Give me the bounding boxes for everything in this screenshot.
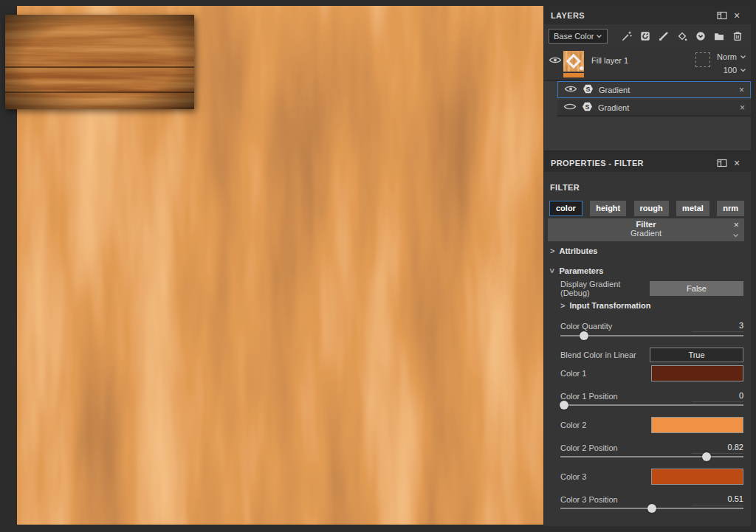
chevron-down-icon — [740, 55, 746, 59]
mask-slot[interactable] — [695, 52, 710, 67]
layers-panel-header: LAYERS × — [544, 6, 751, 24]
param-label: Color 1 — [560, 369, 651, 378]
slider-handle[interactable] — [580, 331, 588, 340]
effect-name: Gradient — [598, 103, 735, 112]
layer-name[interactable]: Fill layer 1 — [591, 56, 628, 65]
param-label: Color 3 — [560, 472, 651, 481]
opacity-value: 100 — [724, 66, 737, 75]
chevron-down-icon — [740, 68, 746, 72]
group-parameters-label: Parameters — [559, 266, 603, 275]
param-color2: Color 2 — [560, 416, 743, 434]
group-parameters[interactable]: > Parameters — [550, 266, 603, 275]
color-quantity-slider[interactable] — [560, 331, 743, 340]
color3-swatch[interactable] — [651, 469, 743, 485]
properties-panel-title: PROPERTIES - FILTER — [551, 159, 644, 167]
reference-image[interactable] — [5, 15, 194, 109]
filter-section-label: FILTER — [550, 183, 580, 192]
group-attributes[interactable]: > Attributes — [550, 246, 597, 255]
layers-panel: LAYERS × Base Color — [544, 6, 751, 151]
tab-height[interactable]: height — [590, 201, 626, 216]
layer-thumbnail[interactable] — [563, 51, 584, 72]
chevron-down-icon[interactable] — [732, 230, 739, 239]
display-gradient-toggle[interactable]: False — [650, 281, 743, 296]
filter-slot-label: Filter — [548, 218, 744, 229]
param-label: Color 2 — [560, 421, 651, 429]
param-label: Display Gradient (Debug) — [560, 280, 650, 297]
effect-name: Gradient — [599, 86, 734, 94]
layers-toolbar: Base Color — [544, 27, 751, 45]
reference-wood-photo — [5, 15, 194, 109]
color-quantity-value[interactable]: 3 — [692, 321, 743, 332]
slider-track[interactable] — [560, 404, 743, 406]
param-blend-linear: Blend Color in Linear True — [560, 348, 743, 362]
group-input-transformation-label: Input Transformation — [569, 301, 650, 310]
effect-row-gradient-2[interactable]: S Gradient × — [557, 100, 751, 117]
remove-effect-icon[interactable]: × — [739, 85, 744, 95]
color3-position-slider[interactable] — [560, 504, 743, 513]
tab-metal[interactable]: metal — [676, 201, 709, 216]
group-input-transformation[interactable]: > Input Transformation — [560, 301, 650, 310]
tab-rough[interactable]: rough — [634, 201, 669, 216]
panel-layout-icon[interactable] — [715, 156, 729, 170]
panel-layout-icon[interactable] — [715, 9, 729, 22]
filter-remove-icon[interactable]: × — [733, 219, 739, 230]
color1-position-slider[interactable] — [560, 401, 743, 410]
param-color3: Color 3 — [560, 468, 743, 486]
channel-tabs: color height rough metal nrm — [549, 201, 744, 216]
chevron-down-icon — [596, 34, 602, 38]
properties-panel: PROPERTIES - FILTER × FILTER color heigh… — [544, 153, 751, 526]
channel-select[interactable]: Base Color — [549, 29, 608, 44]
tab-nrm[interactable]: nrm — [717, 201, 744, 216]
substance-icon: S — [582, 101, 593, 114]
app-root: LAYERS × Base Color — [0, 0, 756, 532]
filter-slot-value: Gradient — [548, 229, 744, 238]
layer-row-fill[interactable]: Fill layer 1 Norm 100 — [544, 49, 751, 81]
paint-brush-icon[interactable] — [656, 30, 671, 43]
slider-handle[interactable] — [647, 504, 656, 513]
param-label: Color 1 Position — [560, 392, 692, 401]
fill-badge-icon — [564, 52, 584, 72]
add-mask-icon[interactable] — [693, 30, 708, 43]
properties-panel-close-icon[interactable]: × — [729, 156, 744, 170]
color2-swatch[interactable] — [651, 417, 743, 433]
svg-text:S: S — [586, 86, 591, 93]
opacity-select[interactable]: 100 — [717, 63, 746, 77]
trash-icon[interactable] — [730, 30, 745, 43]
blend-mode-select[interactable]: Norm — [717, 50, 746, 63]
param-label: Blend Color in Linear — [560, 350, 650, 359]
visibility-on-icon[interactable] — [564, 84, 577, 95]
group-attributes-label: Attributes — [559, 246, 597, 255]
blend-linear-toggle[interactable]: True — [650, 348, 743, 362]
layers-panel-title: LAYERS — [551, 11, 585, 20]
filter-slot[interactable]: Filter Gradient × — [548, 218, 744, 241]
blend-mode-value: Norm — [717, 52, 737, 61]
svg-text:S: S — [585, 103, 590, 111]
properties-panel-header: PROPERTIES - FILTER × — [544, 153, 751, 172]
slider-handle[interactable] — [702, 452, 711, 461]
layer-actions — [619, 30, 745, 43]
folder-icon[interactable] — [712, 30, 726, 43]
add-fill-layer-icon[interactable] — [638, 30, 653, 43]
param-color1: Color 1 — [560, 365, 743, 382]
effect-row-gradient-1[interactable]: S Gradient × — [557, 81, 751, 98]
layers-panel-close-icon[interactable]: × — [729, 9, 744, 22]
chevron-right-icon: > — [550, 246, 554, 255]
magic-wand-icon[interactable] — [619, 30, 634, 43]
slider-handle[interactable] — [560, 401, 568, 410]
visibility-off-icon[interactable] — [563, 102, 577, 113]
layers-list: Fill layer 1 Norm 100 — [544, 49, 751, 151]
chevron-down-icon: > — [548, 269, 557, 273]
substance-icon: S — [583, 83, 594, 96]
slider-track[interactable] — [560, 456, 743, 457]
color2-position-slider[interactable] — [560, 452, 743, 461]
param-label: Color Quantity — [560, 322, 692, 331]
param-label: Color 3 Position — [560, 495, 692, 504]
tab-color[interactable]: color — [549, 201, 583, 216]
param-display-gradient: Display Gradient (Debug) False — [560, 281, 743, 296]
param-label: Color 2 Position — [560, 443, 692, 452]
remove-effect-icon[interactable]: × — [740, 103, 745, 113]
fill-bucket-icon[interactable] — [675, 30, 690, 43]
visibility-on-icon[interactable] — [549, 55, 562, 66]
layer-color-indicator — [563, 73, 584, 77]
color1-swatch[interactable] — [651, 365, 743, 381]
